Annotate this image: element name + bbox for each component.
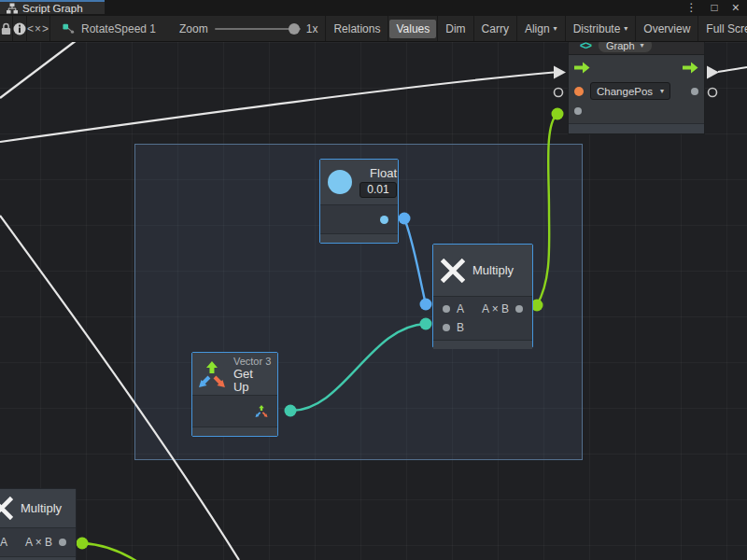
changepos-variable-dropdown[interactable]: ChangePos ▾: [590, 82, 670, 100]
port-label-output: A × B: [482, 302, 509, 315]
graph-reference[interactable]: RotateSpeed 1: [50, 22, 156, 35]
multiply-icon: [0, 497, 13, 520]
node-footer: [320, 233, 398, 243]
multiply-node-header: Multiply: [433, 245, 532, 297]
float-output-port[interactable]: [380, 216, 388, 224]
port-label-b: B: [457, 321, 464, 334]
node-type-label: Vector 3: [233, 355, 271, 368]
node-float[interactable]: Float 0.01: [319, 159, 399, 244]
zoom-slider-track[interactable]: [215, 28, 301, 30]
port-label-a: A: [457, 302, 464, 315]
node-footer: [192, 427, 277, 436]
info-icon: [13, 22, 26, 35]
flow-input-arrow-icon[interactable]: [574, 62, 590, 74]
toggle-full-screen[interactable]: Full Screen: [699, 20, 747, 38]
port-label-a: A: [0, 536, 7, 549]
node-title: Get Up: [233, 368, 272, 394]
window-menu-button[interactable]: ⋮: [686, 0, 698, 16]
multiply-output-port[interactable]: [515, 305, 523, 313]
multiply-input-b-port[interactable]: [443, 324, 450, 331]
toggle-dim[interactable]: Dim: [439, 20, 472, 38]
port-label-output: A × B: [25, 536, 52, 549]
node-multiply-bottom[interactable]: Multiply A A × B: [0, 488, 77, 560]
vector3-arrows-icon: [198, 361, 226, 387]
graph-toolbar: <×> RotateSpeed 1 Zoom 1x Relations Valu…: [0, 16, 747, 42]
zoom-value: 1x: [306, 22, 318, 35]
lock-button[interactable]: [0, 16, 12, 42]
code-preview-icon: <×>: [27, 22, 49, 35]
zoom-label: Zoom: [179, 22, 208, 35]
graph-reference-icon: [63, 22, 75, 35]
changepos-selected-value: ChangePos: [597, 86, 653, 97]
node-title: Float: [370, 166, 397, 180]
lock-icon: [0, 22, 12, 35]
info-button[interactable]: [13, 16, 26, 42]
graph-reference-label: RotateSpeed 1: [81, 22, 156, 35]
multiply-icon: [441, 259, 465, 283]
float-type-icon: [328, 170, 352, 194]
tab-script-graph[interactable]: Script Graph: [0, 0, 105, 14]
node-footer: [569, 123, 704, 133]
getup-output-port-icon[interactable]: [255, 405, 268, 417]
chevron-down-icon: ▾: [554, 20, 557, 38]
float-value-input[interactable]: 0.01: [359, 182, 397, 198]
menu-align[interactable]: Align▾: [518, 20, 564, 38]
toggle-values[interactable]: Values: [389, 20, 436, 38]
toggle-relations[interactable]: Relations: [327, 20, 387, 38]
chevron-down-icon: ▾: [624, 20, 627, 38]
window-title-bar: Script Graph ⋮ □ ×: [0, 0, 747, 16]
node-changepos-group[interactable]: <> Graph ▾ ChangePos ▾: [568, 35, 705, 134]
multiply-input-a-port[interactable]: [443, 305, 450, 313]
graph-tree-icon: [7, 3, 18, 14]
menu-distribute[interactable]: Distribute▾: [567, 20, 635, 38]
changepos-input-port[interactable]: [574, 87, 584, 96]
node-footer: [433, 340, 532, 349]
node-title: Multiply: [21, 501, 62, 515]
window-close-button[interactable]: ×: [732, 0, 740, 16]
changepos-output-port[interactable]: [691, 88, 698, 95]
changepos-node-body: ChangePos ▾: [568, 54, 705, 134]
node-get-up[interactable]: Vector 3 Get Up: [191, 352, 278, 437]
node-title: Multiply: [472, 263, 514, 277]
changepos-value-port[interactable]: [574, 107, 582, 115]
tab-title: Script Graph: [22, 3, 83, 14]
toggle-carry[interactable]: Carry: [475, 20, 515, 38]
script-graph-window: Float 0.01 Multiply A A × B: [0, 0, 747, 560]
chevron-down-icon: ▾: [660, 87, 664, 95]
window-maximize-button[interactable]: □: [712, 0, 718, 16]
zoom-slider[interactable]: [215, 16, 301, 42]
zoom-slider-handle[interactable]: [289, 23, 300, 35]
getup-node-header: Vector 3 Get Up: [192, 353, 277, 396]
multiply-output-port[interactable]: [59, 539, 66, 546]
multiply-node-header: Multiply: [0, 489, 76, 528]
code-preview-button[interactable]: <×>: [27, 16, 49, 42]
node-footer: [0, 556, 76, 560]
chevron-down-icon: ▾: [641, 41, 644, 49]
flow-output-arrow-icon[interactable]: [683, 62, 698, 74]
node-multiply[interactable]: Multiply A A × B B: [432, 244, 533, 348]
toggle-overview[interactable]: Overview: [637, 20, 697, 38]
float-node-header: Float 0.01: [320, 160, 398, 205]
